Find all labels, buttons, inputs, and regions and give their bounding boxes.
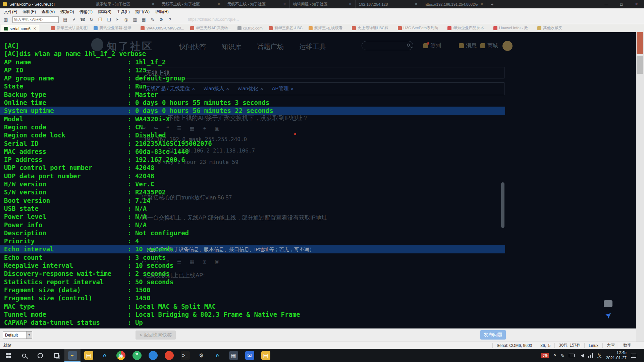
ie-browser[interactable]: e [209,349,225,362]
console-output: [AC] [AC]dis wlan ap name 1hl_1f_2 verbo… [0,42,636,326]
field-value: 42048 [135,164,154,172]
chevron-down-icon[interactable]: ▼ [26,331,32,339]
menu-item[interactable]: 文件(F) [1,9,20,15]
browser-tab[interactable]: 无线不上线 - 知了社区 ✕ [158,0,224,8]
menu-item[interactable]: 编辑(E) [20,9,39,15]
tab-close-icon[interactable]: ✕ [415,2,418,6]
start-button[interactable] [0,349,16,362]
mail[interactable]: ✉ [241,349,258,362]
minimize-button[interactable]: — [599,0,614,8]
menu-item[interactable]: 窗口(W) [132,9,152,15]
folder[interactable]: ▤ [258,349,274,362]
field-separator: : [127,107,135,115]
toolbar-buttons: ▤ ⚡ ☎ ↻ ❐ ❏ ✂ ◎ ▥ ▦ ✎ ⚙ ? [61,16,174,23]
browser-tab[interactable]: https://192.166.191.254:8082/w... ✕ [421,0,487,8]
browser-tab[interactable]: 无线不上线 - 知了社区 ✕ [224,0,290,8]
browser-scrollbar[interactable] [636,24,644,342]
cut-icon[interactable]: ✂ [114,16,121,23]
session-tabs-icon[interactable]: ▥ [2,16,10,23]
tab-close-icon[interactable]: ✕ [349,2,352,6]
session-close-icon[interactable]: ✕ [33,26,36,31]
netease[interactable] [161,349,177,362]
maximize-button[interactable]: □ [614,0,629,8]
pen-icon[interactable]: ✎ [560,353,565,358]
keymap-icon[interactable]: ▦ [140,16,148,23]
quick-connect-icon[interactable]: ⚡ [70,16,78,23]
field-label: Fragment size (control) [4,294,127,302]
edge[interactable]: e [97,349,113,362]
settings[interactable]: ⚙ [193,349,209,362]
find-icon[interactable]: ◎ [122,16,130,23]
securecrt[interactable]: ⌁ [64,349,80,362]
profile-select[interactable]: Default ▼ [3,331,32,339]
field-separator: : [127,99,135,107]
terminal-line: Model: WA4320i-X [0,115,636,123]
field-label: AP name [4,58,127,66]
copy-icon[interactable]: ❐ [96,16,104,23]
terminal-line: Region code: CN [0,123,636,131]
field-label: Discovery-response wait-time [4,269,127,278]
terminal-line: Tunnel mode: Local Bridging & 802.3 Fram… [0,310,636,318]
back-to-qa-button[interactable]: < 返回快问快答 [136,330,176,340]
tab-close-icon[interactable]: ✕ [283,2,286,6]
scrollbar-thumb[interactable] [637,56,643,74]
wechat[interactable]: ❞ [129,349,145,362]
field-label: Echo count [4,253,127,261]
window-controls: — □ ✕ [599,0,644,8]
favicon [398,26,402,30]
script-icon[interactable]: ✎ [149,16,156,23]
menu-item[interactable]: 查看(V) [39,9,57,15]
hidden-icons-chevron[interactable]: ^ [553,353,556,358]
chrome[interactable]: ◉ [113,349,129,362]
tab-close-icon[interactable]: ✕ [217,2,220,6]
menu-item[interactable]: 帮助(H) [152,9,171,15]
menu-bar: 文件(F) 编辑(E) 查看(V) 选项(O) 传输(T) 脚本(S) 工具(L… [0,8,644,15]
console-kv-lines: AP name: 1hl_1f_2 AP ID: 125 AP group na… [0,58,636,327]
tab-close-icon[interactable]: ✕ [152,2,155,6]
notification-center-icon[interactable] [631,354,636,358]
terminal-area[interactable]: 知了社区 快问快答知识库话题广场运维工具 签到 消息 商城 无线上线 无线产品 … [0,32,636,328]
qq[interactable] [145,349,161,362]
connect-icon[interactable]: ☎ [79,16,87,23]
session-tab[interactable]: > serial-com6 ✕ [1,25,39,32]
menu-item[interactable]: 传输(T) [77,9,95,15]
print-icon[interactable]: ▥ [131,16,139,23]
browser-tab[interactable]: 编辑问题 - 知了社区 ✕ [290,0,356,8]
reconnect-icon[interactable]: ↻ [88,16,95,23]
taskbar-search-button[interactable] [16,349,32,362]
menu-item[interactable]: 脚本(S) [95,9,114,15]
session-tab-label: serial-com6 [10,26,31,31]
field-value: 60da-83ce-1440 [135,147,189,156]
battery-indicator[interactable]: 0% [541,353,549,358]
publish-question-button[interactable]: 发布问题 [480,330,506,340]
volume-icon[interactable] [579,354,584,358]
session-manager-icon[interactable]: ▤ [61,16,69,23]
bookmark-item: WA4300S-CMW520... [141,26,184,30]
options-icon[interactable]: ⚙ [157,16,165,23]
field-value: Ver.C [135,180,154,188]
show-desktop-strip[interactable] [642,349,644,362]
field-separator: : [127,261,135,269]
taskbar-clock[interactable]: 12:45 2021-01-27 [606,350,627,361]
task-view-button[interactable] [48,349,64,362]
host-input[interactable] [12,16,59,23]
close-button[interactable]: ✕ [629,0,644,8]
bookmark-item: H3C SecPath系列防... [398,25,442,31]
browser-tab[interactable]: 192.167.254.128 ✕ [356,0,421,8]
menu-item[interactable]: 工具(L) [114,9,132,15]
field-separator: : [127,245,135,253]
tab-close-icon[interactable]: ✕ [480,2,483,6]
help-icon[interactable]: ? [166,16,174,23]
paste-icon[interactable]: ❏ [105,16,113,23]
browser-tab[interactable]: 搜索结果 - 知了社区 ✕ [93,0,158,8]
network-icon[interactable] [588,353,593,358]
app-icon: ◉ [116,351,125,360]
calculator[interactable]: ▦ [225,349,241,362]
menu-item[interactable]: 选项(O) [57,9,76,15]
cmd[interactable]: >_ [177,349,193,362]
touch-keyboard-icon[interactable] [569,354,575,357]
input-method-indicator[interactable]: 英 [597,353,602,359]
cortana-button[interactable] [32,349,48,362]
new-tab-button[interactable]: + [487,0,497,8]
file-explorer[interactable]: ▤ [80,349,97,362]
